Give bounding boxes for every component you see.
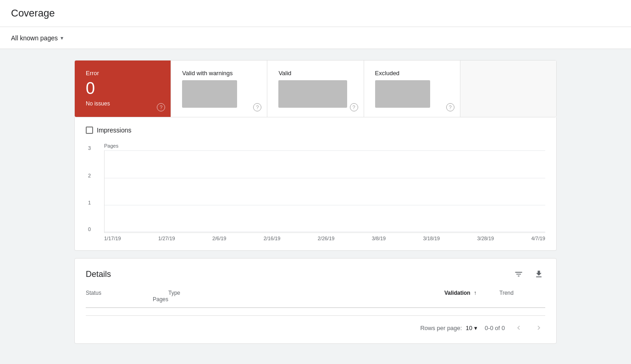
rows-select-dropdown[interactable]: 10 ▾ <box>465 325 477 331</box>
valid-warnings-thumbnail <box>182 80 237 108</box>
x-label-0: 1/17/19 <box>104 236 121 241</box>
chart-grid: 3 2 1 0 <box>104 150 545 233</box>
page-info: 0-0 of 0 <box>485 325 505 331</box>
table-header: Status Type Validation ↑ Trend Pages <box>86 290 545 308</box>
filter-bar: All known pages ▾ <box>0 27 631 49</box>
excluded-thumbnail <box>375 80 430 108</box>
rows-chevron-icon: ▾ <box>474 325 477 331</box>
x-label-2: 2/6/19 <box>212 236 227 241</box>
x-label-8: 4/7/19 <box>531 236 545 241</box>
details-actions <box>512 268 545 281</box>
y-label-0: 0 <box>88 226 91 232</box>
col-header-spacer <box>269 290 444 296</box>
valid-card[interactable]: Valid ? <box>267 61 364 117</box>
chevron-left-icon <box>515 324 523 332</box>
error-card[interactable]: Error 0 No issues ? <box>75 61 171 117</box>
rows-per-page-label: Rows per page: <box>420 325 462 331</box>
valid-thumbnail <box>278 80 347 108</box>
filter-dropdown[interactable]: All known pages ▾ <box>7 31 67 45</box>
details-title: Details <box>86 270 111 279</box>
grid-line-3: 3 <box>105 150 545 151</box>
chevron-right-icon <box>535 324 543 332</box>
pagination-bar: Rows per page: 10 ▾ 0-0 of 0 <box>86 315 545 334</box>
error-card-label: Error <box>86 70 160 77</box>
help-icon[interactable]: ? <box>253 103 261 111</box>
y-label-2: 2 <box>88 173 91 178</box>
filter-label: All known pages <box>11 34 58 42</box>
valid-warnings-label: Valid with warnings <box>182 70 256 77</box>
impressions-checkbox-row[interactable]: Impressions <box>86 127 545 134</box>
status-cards: Error 0 No issues ? Valid with warnings … <box>74 60 557 117</box>
impressions-checkbox[interactable] <box>86 127 93 134</box>
x-label-1: 1/27/19 <box>158 236 175 241</box>
filter-icon-button[interactable] <box>512 268 525 281</box>
next-page-button[interactable] <box>532 321 545 334</box>
col-header-status: Status <box>86 290 168 296</box>
impressions-label: Impressions <box>97 127 131 134</box>
excluded-card[interactable]: Excluded ? <box>364 61 460 117</box>
valid-label: Valid <box>278 70 352 77</box>
details-section: Details Status Type <box>74 258 557 344</box>
download-icon-button[interactable] <box>532 268 545 281</box>
x-label-6: 3/18/19 <box>423 236 440 241</box>
details-header: Details <box>86 268 545 281</box>
col-header-pages: Pages <box>86 296 168 303</box>
chevron-down-icon: ▾ <box>61 35 63 41</box>
download-icon <box>534 270 543 279</box>
grid-line-1: 1 <box>105 205 545 205</box>
rows-per-page: Rows per page: 10 ▾ <box>420 325 477 331</box>
error-card-sublabel: No issues <box>86 100 160 107</box>
rows-value: 10 <box>465 325 472 331</box>
error-card-value: 0 <box>86 80 160 97</box>
valid-warnings-card[interactable]: Valid with warnings ? <box>171 61 267 117</box>
col-header-validation[interactable]: Validation ↑ <box>444 290 499 296</box>
page-title: Coverage <box>11 7 620 19</box>
page-header: Coverage <box>0 0 631 27</box>
excluded-label: Excluded <box>375 70 449 77</box>
grid-line-0: 0 <box>105 232 545 232</box>
empty-card <box>460 61 556 117</box>
grid-line-2: 2 <box>105 178 545 178</box>
filter-icon <box>514 270 523 279</box>
y-label-3: 3 <box>88 145 91 151</box>
prev-page-button[interactable] <box>512 321 525 334</box>
x-label-3: 2/16/19 <box>264 236 281 241</box>
y-label-1: 1 <box>88 200 91 205</box>
col-header-trend: Trend <box>499 290 545 296</box>
help-icon[interactable]: ? <box>446 103 454 111</box>
x-label-7: 3/28/19 <box>477 236 494 241</box>
col-header-type: Type <box>168 290 269 296</box>
chart-area: Pages 3 2 1 0 1/17/19 1/27/19 2/6/ <box>86 143 545 241</box>
main-content: Error 0 No issues ? Valid with warnings … <box>63 49 568 355</box>
x-label-4: 2/26/19 <box>318 236 335 241</box>
help-icon[interactable]: ? <box>350 103 358 111</box>
help-icon[interactable]: ? <box>157 103 165 111</box>
chart-section: Impressions Pages 3 2 1 0 1/17/19 <box>74 117 557 251</box>
y-axis-label: Pages <box>104 143 545 149</box>
sort-icon: ↑ <box>474 290 476 296</box>
x-label-5: 3/8/19 <box>372 236 386 241</box>
x-axis-labels: 1/17/19 1/27/19 2/6/19 2/16/19 2/26/19 3… <box>104 236 545 241</box>
